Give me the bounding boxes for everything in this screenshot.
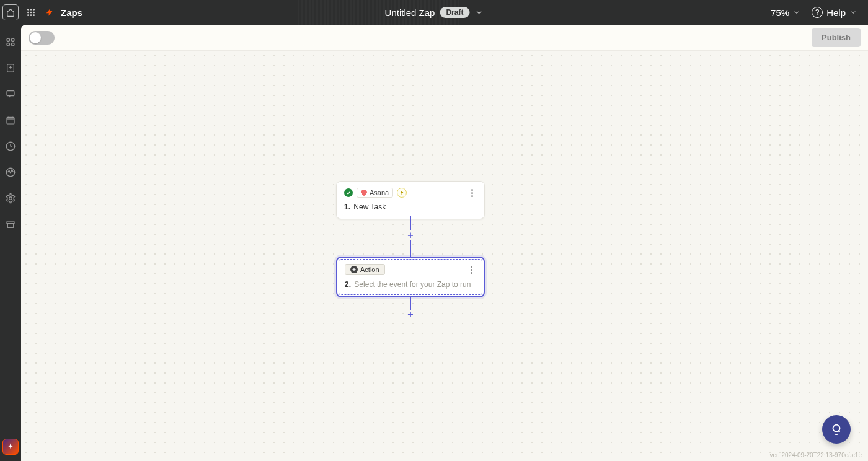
- help-icon: ?: [812, 7, 823, 18]
- asana-logo-icon: [361, 190, 367, 196]
- publish-button[interactable]: Publish: [812, 28, 861, 47]
- rail-activity-icon[interactable]: [4, 166, 17, 178]
- status-badge: Draft: [440, 7, 469, 18]
- rail-settings-icon[interactable]: [4, 192, 17, 204]
- app-chip-label: Asana: [370, 189, 389, 196]
- rail-import-icon[interactable]: [4, 62, 17, 74]
- svg-point-4: [30, 12, 32, 14]
- step-index: 1.: [344, 203, 350, 211]
- zap-title[interactable]: Untitled Zap: [385, 7, 435, 18]
- status-ok-icon: [344, 188, 353, 197]
- step-index: 2.: [345, 280, 351, 289]
- left-rail: [0, 25, 21, 461]
- svg-point-1: [30, 9, 32, 11]
- home-button[interactable]: [2, 4, 19, 20]
- header-center: Untitled Zap Draft: [385, 7, 484, 18]
- connector-line: [410, 240, 411, 257]
- chevron-down-icon: [793, 9, 800, 16]
- step-menu-button[interactable]: [467, 188, 477, 198]
- top-bar: Zaps Untitled Zap Draft 75% ? Help: [0, 0, 868, 25]
- connector-line: [410, 216, 411, 230]
- step-title: New Task: [353, 203, 386, 211]
- svg-point-6: [27, 14, 29, 16]
- editor: Publish Asana 1. New Task: [21, 25, 868, 461]
- home-icon: [6, 8, 15, 17]
- trigger-type-badge: [397, 188, 407, 198]
- app-chip-asana[interactable]: Asana: [356, 188, 393, 198]
- canvas[interactable]: Asana 1. New Task +: [21, 51, 868, 461]
- rail-comment-icon[interactable]: [4, 88, 17, 100]
- zap-enable-toggle[interactable]: [29, 31, 55, 45]
- sparkle-icon: [6, 442, 15, 451]
- zoom-control[interactable]: 75%: [771, 7, 800, 18]
- action-plus-icon: [350, 266, 358, 273]
- svg-point-3: [27, 12, 29, 14]
- svg-point-12: [12, 43, 15, 46]
- help-menu[interactable]: ? Help: [812, 7, 857, 18]
- apps-menu-button[interactable]: [22, 4, 40, 21]
- svg-point-7: [30, 14, 32, 16]
- editor-toolbar: Publish: [21, 25, 868, 51]
- svg-rect-20: [7, 224, 13, 228]
- zap-bolt-icon: [43, 6, 56, 19]
- svg-point-8: [33, 14, 35, 16]
- step-trigger[interactable]: Asana 1. New Task: [336, 181, 485, 219]
- breadcrumb[interactable]: Zaps: [61, 7, 82, 18]
- ai-assistant-button[interactable]: [2, 439, 19, 455]
- chevron-down-icon: [849, 9, 857, 16]
- svg-point-18: [9, 197, 12, 200]
- svg-rect-15: [7, 117, 14, 124]
- connector-line: [410, 297, 411, 310]
- step-placeholder: Select the event for your Zap to run: [354, 280, 471, 289]
- version-label: ver. 2024-09-20T22:13-970eac1e: [770, 452, 862, 459]
- chat-icon: [830, 423, 843, 436]
- rail-calendar-icon[interactable]: [4, 114, 17, 126]
- support-chat-button[interactable]: [822, 415, 851, 444]
- help-label: Help: [826, 7, 846, 18]
- chevron-down-icon[interactable]: [474, 8, 483, 17]
- svg-rect-14: [7, 91, 14, 96]
- apps-grid-icon: [26, 7, 36, 17]
- svg-point-0: [27, 9, 29, 11]
- rail-history-icon[interactable]: [4, 140, 17, 152]
- svg-point-10: [12, 38, 15, 42]
- svg-point-5: [33, 12, 35, 14]
- rail-archive-icon[interactable]: [4, 218, 17, 230]
- step-menu-button[interactable]: [466, 265, 476, 274]
- action-chip-label: Action: [360, 266, 379, 273]
- action-chip[interactable]: Action: [345, 264, 385, 275]
- rail-overview-icon[interactable]: [4, 36, 17, 48]
- add-step-button[interactable]: +: [405, 230, 415, 240]
- zoom-value: 75%: [771, 7, 789, 18]
- step-action[interactable]: Action 2. Select the event for your Zap …: [336, 257, 485, 297]
- add-step-button[interactable]: +: [405, 310, 415, 320]
- svg-point-11: [7, 43, 10, 46]
- svg-point-2: [33, 9, 35, 11]
- svg-point-9: [7, 38, 10, 42]
